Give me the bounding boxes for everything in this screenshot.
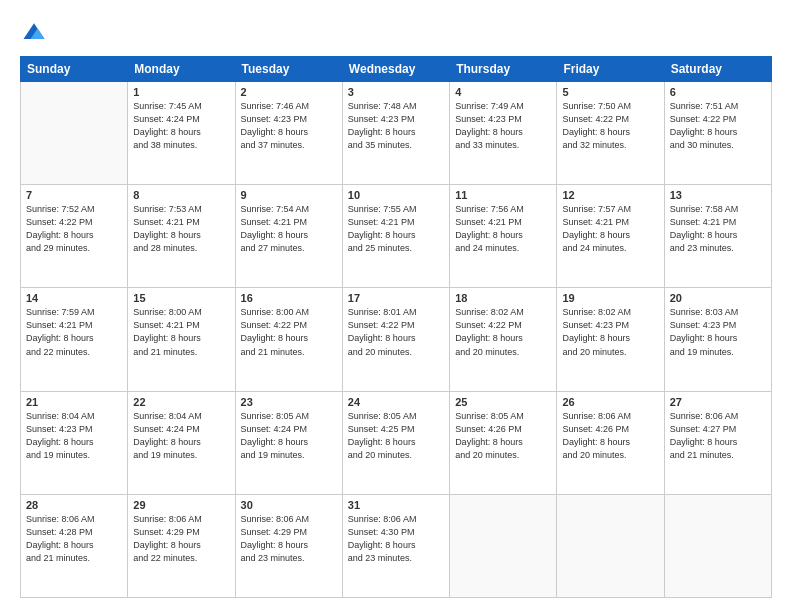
calendar-cell: 20Sunrise: 8:03 AMSunset: 4:23 PMDayligh… — [664, 288, 771, 391]
cell-details: Sunrise: 8:05 AMSunset: 4:24 PMDaylight:… — [241, 410, 337, 462]
header — [20, 18, 772, 46]
cell-details: Sunrise: 8:02 AMSunset: 4:22 PMDaylight:… — [455, 306, 551, 358]
logo-icon — [20, 18, 48, 46]
cell-details: Sunrise: 7:59 AMSunset: 4:21 PMDaylight:… — [26, 306, 122, 358]
day-number: 9 — [241, 189, 337, 201]
calendar-cell: 29Sunrise: 8:06 AMSunset: 4:29 PMDayligh… — [128, 494, 235, 597]
day-number: 16 — [241, 292, 337, 304]
calendar-cell: 13Sunrise: 7:58 AMSunset: 4:21 PMDayligh… — [664, 185, 771, 288]
calendar-cell: 10Sunrise: 7:55 AMSunset: 4:21 PMDayligh… — [342, 185, 449, 288]
calendar-cell: 23Sunrise: 8:05 AMSunset: 4:24 PMDayligh… — [235, 391, 342, 494]
calendar-cell: 27Sunrise: 8:06 AMSunset: 4:27 PMDayligh… — [664, 391, 771, 494]
calendar-cell — [21, 82, 128, 185]
week-row-4: 21Sunrise: 8:04 AMSunset: 4:23 PMDayligh… — [21, 391, 772, 494]
calendar-cell: 12Sunrise: 7:57 AMSunset: 4:21 PMDayligh… — [557, 185, 664, 288]
cell-details: Sunrise: 7:54 AMSunset: 4:21 PMDaylight:… — [241, 203, 337, 255]
day-number: 15 — [133, 292, 229, 304]
col-header-thursday: Thursday — [450, 57, 557, 82]
calendar-cell: 24Sunrise: 8:05 AMSunset: 4:25 PMDayligh… — [342, 391, 449, 494]
week-row-2: 7Sunrise: 7:52 AMSunset: 4:22 PMDaylight… — [21, 185, 772, 288]
week-row-1: 1Sunrise: 7:45 AMSunset: 4:24 PMDaylight… — [21, 82, 772, 185]
calendar-cell: 1Sunrise: 7:45 AMSunset: 4:24 PMDaylight… — [128, 82, 235, 185]
day-number: 10 — [348, 189, 444, 201]
day-number: 25 — [455, 396, 551, 408]
calendar-cell: 31Sunrise: 8:06 AMSunset: 4:30 PMDayligh… — [342, 494, 449, 597]
cell-details: Sunrise: 8:02 AMSunset: 4:23 PMDaylight:… — [562, 306, 658, 358]
col-header-friday: Friday — [557, 57, 664, 82]
day-number: 21 — [26, 396, 122, 408]
calendar-cell: 22Sunrise: 8:04 AMSunset: 4:24 PMDayligh… — [128, 391, 235, 494]
calendar-cell: 5Sunrise: 7:50 AMSunset: 4:22 PMDaylight… — [557, 82, 664, 185]
cell-details: Sunrise: 8:06 AMSunset: 4:29 PMDaylight:… — [133, 513, 229, 565]
day-number: 4 — [455, 86, 551, 98]
cell-details: Sunrise: 8:05 AMSunset: 4:25 PMDaylight:… — [348, 410, 444, 462]
calendar-cell: 28Sunrise: 8:06 AMSunset: 4:28 PMDayligh… — [21, 494, 128, 597]
day-number: 6 — [670, 86, 766, 98]
day-number: 7 — [26, 189, 122, 201]
day-number: 8 — [133, 189, 229, 201]
cell-details: Sunrise: 8:06 AMSunset: 4:26 PMDaylight:… — [562, 410, 658, 462]
day-number: 14 — [26, 292, 122, 304]
calendar-cell: 30Sunrise: 8:06 AMSunset: 4:29 PMDayligh… — [235, 494, 342, 597]
day-number: 17 — [348, 292, 444, 304]
day-number: 28 — [26, 499, 122, 511]
day-number: 22 — [133, 396, 229, 408]
day-number: 19 — [562, 292, 658, 304]
cell-details: Sunrise: 8:00 AMSunset: 4:21 PMDaylight:… — [133, 306, 229, 358]
day-number: 30 — [241, 499, 337, 511]
calendar-cell: 3Sunrise: 7:48 AMSunset: 4:23 PMDaylight… — [342, 82, 449, 185]
calendar-cell: 11Sunrise: 7:56 AMSunset: 4:21 PMDayligh… — [450, 185, 557, 288]
col-header-wednesday: Wednesday — [342, 57, 449, 82]
cell-details: Sunrise: 8:06 AMSunset: 4:29 PMDaylight:… — [241, 513, 337, 565]
cell-details: Sunrise: 8:06 AMSunset: 4:28 PMDaylight:… — [26, 513, 122, 565]
day-number: 20 — [670, 292, 766, 304]
calendar-cell: 21Sunrise: 8:04 AMSunset: 4:23 PMDayligh… — [21, 391, 128, 494]
day-number: 1 — [133, 86, 229, 98]
cell-details: Sunrise: 8:04 AMSunset: 4:23 PMDaylight:… — [26, 410, 122, 462]
cell-details: Sunrise: 7:49 AMSunset: 4:23 PMDaylight:… — [455, 100, 551, 152]
cell-details: Sunrise: 7:55 AMSunset: 4:21 PMDaylight:… — [348, 203, 444, 255]
day-number: 27 — [670, 396, 766, 408]
day-number: 18 — [455, 292, 551, 304]
calendar-cell: 17Sunrise: 8:01 AMSunset: 4:22 PMDayligh… — [342, 288, 449, 391]
day-number: 2 — [241, 86, 337, 98]
col-header-tuesday: Tuesday — [235, 57, 342, 82]
cell-details: Sunrise: 7:56 AMSunset: 4:21 PMDaylight:… — [455, 203, 551, 255]
cell-details: Sunrise: 7:53 AMSunset: 4:21 PMDaylight:… — [133, 203, 229, 255]
calendar-cell: 9Sunrise: 7:54 AMSunset: 4:21 PMDaylight… — [235, 185, 342, 288]
day-number: 26 — [562, 396, 658, 408]
day-number: 29 — [133, 499, 229, 511]
calendar-cell: 7Sunrise: 7:52 AMSunset: 4:22 PMDaylight… — [21, 185, 128, 288]
calendar-cell: 8Sunrise: 7:53 AMSunset: 4:21 PMDaylight… — [128, 185, 235, 288]
day-number: 12 — [562, 189, 658, 201]
calendar-cell — [557, 494, 664, 597]
day-number: 3 — [348, 86, 444, 98]
cell-details: Sunrise: 8:04 AMSunset: 4:24 PMDaylight:… — [133, 410, 229, 462]
cell-details: Sunrise: 7:57 AMSunset: 4:21 PMDaylight:… — [562, 203, 658, 255]
cell-details: Sunrise: 8:06 AMSunset: 4:30 PMDaylight:… — [348, 513, 444, 565]
logo — [20, 18, 52, 46]
col-header-monday: Monday — [128, 57, 235, 82]
col-header-sunday: Sunday — [21, 57, 128, 82]
day-number: 23 — [241, 396, 337, 408]
cell-details: Sunrise: 7:48 AMSunset: 4:23 PMDaylight:… — [348, 100, 444, 152]
cell-details: Sunrise: 8:00 AMSunset: 4:22 PMDaylight:… — [241, 306, 337, 358]
calendar-cell: 14Sunrise: 7:59 AMSunset: 4:21 PMDayligh… — [21, 288, 128, 391]
cell-details: Sunrise: 8:06 AMSunset: 4:27 PMDaylight:… — [670, 410, 766, 462]
col-header-saturday: Saturday — [664, 57, 771, 82]
cell-details: Sunrise: 7:58 AMSunset: 4:21 PMDaylight:… — [670, 203, 766, 255]
cell-details: Sunrise: 7:45 AMSunset: 4:24 PMDaylight:… — [133, 100, 229, 152]
calendar-cell: 4Sunrise: 7:49 AMSunset: 4:23 PMDaylight… — [450, 82, 557, 185]
cell-details: Sunrise: 8:01 AMSunset: 4:22 PMDaylight:… — [348, 306, 444, 358]
calendar-cell: 16Sunrise: 8:00 AMSunset: 4:22 PMDayligh… — [235, 288, 342, 391]
calendar-page: SundayMondayTuesdayWednesdayThursdayFrid… — [0, 0, 792, 612]
calendar-table: SundayMondayTuesdayWednesdayThursdayFrid… — [20, 56, 772, 598]
calendar-cell: 15Sunrise: 8:00 AMSunset: 4:21 PMDayligh… — [128, 288, 235, 391]
calendar-cell — [664, 494, 771, 597]
cell-details: Sunrise: 7:52 AMSunset: 4:22 PMDaylight:… — [26, 203, 122, 255]
calendar-cell: 26Sunrise: 8:06 AMSunset: 4:26 PMDayligh… — [557, 391, 664, 494]
cell-details: Sunrise: 8:03 AMSunset: 4:23 PMDaylight:… — [670, 306, 766, 358]
calendar-cell: 18Sunrise: 8:02 AMSunset: 4:22 PMDayligh… — [450, 288, 557, 391]
cell-details: Sunrise: 7:50 AMSunset: 4:22 PMDaylight:… — [562, 100, 658, 152]
calendar-cell: 6Sunrise: 7:51 AMSunset: 4:22 PMDaylight… — [664, 82, 771, 185]
